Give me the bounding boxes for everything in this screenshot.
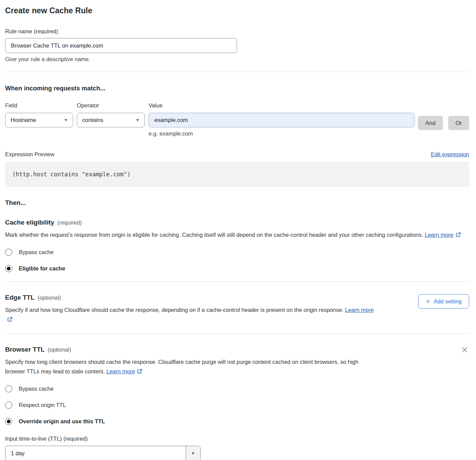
radio-option-respect-origin-ttl[interactable]: Respect origin TTL: [5, 402, 66, 409]
expression-code: (http.host contains "example.com"): [12, 171, 131, 178]
section-divider: [5, 72, 469, 72]
cache-eligibility-title: Cache eligibility: [5, 219, 54, 226]
browser-ttl-description-text: Specify how long client browsers should …: [5, 359, 358, 374]
chevron-down-icon: ▼: [136, 118, 139, 122]
radio-button-icon: [5, 402, 12, 409]
field-label: Field: [5, 102, 73, 109]
browser-ttl-content: Browser TTL (optional) Specify how long …: [5, 334, 376, 376]
page-title: Create new Cache Rule: [5, 6, 469, 15]
operator-select-value: contains: [82, 117, 103, 123]
edge-ttl-title: Edge TTL: [5, 294, 35, 301]
rule-name-label: Rule name (required): [5, 28, 469, 35]
external-link-icon: [456, 232, 461, 238]
radio-button-icon: [5, 385, 12, 392]
edge-ttl-section: Edge TTL (optional) Specify if and how l…: [5, 282, 469, 324]
close-icon: [461, 350, 469, 355]
create-cache-rule-form: Create new Cache Rule Rule name (require…: [0, 0, 476, 460]
radio-option-browser-bypass-cache[interactable]: Bypass cache: [5, 385, 54, 392]
cache-eligibility-description: Mark whether the request’s response from…: [5, 230, 462, 240]
value-label: Value: [149, 102, 414, 109]
ttl-input-label: Input time-to-live (TTL) (required): [5, 436, 469, 442]
operator-column: Operator contains ▼: [77, 102, 145, 137]
radio-option-override-origin-ttl[interactable]: Override origin and use this TTL: [5, 418, 105, 425]
rule-name-input[interactable]: [5, 38, 237, 53]
cache-eligibility-heading: Cache eligibility (required): [5, 219, 469, 226]
chevron-down-icon: ▼: [186, 446, 200, 460]
radio-option-label: Bypass cache: [19, 249, 54, 255]
caret-glyph: ▼: [191, 452, 195, 455]
operator-label: Operator: [77, 102, 145, 109]
browser-ttl-optional-badge: (optional): [48, 347, 71, 353]
operator-select[interactable]: contains ▼: [77, 113, 145, 127]
radio-option-bypass-cache[interactable]: Bypass cache: [5, 249, 54, 256]
or-button[interactable]: Or: [448, 116, 469, 130]
remove-browser-ttl-button[interactable]: [460, 345, 469, 354]
browser-ttl-title: Browser TTL: [5, 346, 45, 353]
field-select[interactable]: Hostname ▼: [5, 113, 73, 127]
edge-ttl-description: Specify if and how long Cloudflare shoul…: [5, 305, 381, 324]
external-link-icon: [137, 369, 142, 375]
field-column: Field Hostname ▼: [5, 102, 73, 137]
external-link-icon: [7, 317, 13, 323]
value-help: e.g. example.com: [149, 130, 414, 137]
browser-ttl-description: Specify how long client browsers should …: [5, 357, 376, 376]
rule-name-help: Give your rule a descriptive name.: [5, 56, 469, 63]
and-button[interactable]: And: [418, 116, 443, 130]
then-heading: Then...: [5, 199, 469, 207]
edge-ttl-learn-more-link[interactable]: Learn more: [345, 307, 374, 313]
plus-icon: +: [426, 298, 430, 305]
browser-ttl-section: Browser TTL (optional) Specify how long …: [5, 334, 469, 376]
edge-ttl-heading: Edge TTL (optional): [5, 294, 381, 301]
radio-option-label: Bypass cache: [19, 386, 54, 392]
add-setting-label: Add setting: [434, 298, 462, 305]
browser-ttl-heading: Browser TTL (optional): [5, 346, 376, 353]
chevron-down-icon: ▼: [64, 118, 68, 122]
expression-preview-label: Expression Preview: [5, 151, 54, 158]
match-heading: When incoming requests match...: [5, 85, 469, 92]
radio-option-label: Override origin and use this TTL: [19, 418, 105, 425]
edge-ttl-description-text: Specify if and how long Cloudflare shoul…: [5, 307, 343, 313]
cache-eligibility-learn-more-link[interactable]: Learn more: [425, 232, 453, 238]
ttl-select-value: 1 day: [5, 446, 186, 460]
edit-expression-link[interactable]: Edit expression: [431, 151, 469, 158]
expression-preview-header: Expression Preview Edit expression: [5, 151, 469, 158]
edge-ttl-optional-badge: (optional): [38, 295, 61, 301]
field-select-value: Hostname: [11, 117, 36, 123]
cache-eligibility-description-text: Mark whether the request’s response from…: [5, 232, 423, 238]
radio-button-icon: [5, 265, 12, 272]
radio-button-icon: [5, 249, 12, 256]
radio-option-label: Eligible for cache: [19, 265, 65, 272]
condition-connector-buttons: And Or: [418, 116, 469, 137]
add-setting-button[interactable]: + Add setting: [418, 294, 469, 308]
radio-option-eligible-for-cache[interactable]: Eligible for cache: [5, 265, 65, 272]
value-input[interactable]: [149, 113, 414, 127]
expression-code-block: (http.host contains "example.com"): [5, 162, 469, 187]
cache-eligibility-required-badge: (required): [57, 219, 82, 226]
radio-button-icon: [5, 418, 12, 425]
edge-ttl-content: Edge TTL (optional) Specify if and how l…: [5, 282, 381, 324]
radio-option-label: Respect origin TTL: [19, 402, 66, 408]
match-condition-row: Field Hostname ▼ Operator contains ▼ Val…: [5, 102, 469, 137]
browser-ttl-learn-more-link[interactable]: Learn more: [106, 368, 135, 374]
ttl-select[interactable]: 1 day ▼: [5, 446, 201, 460]
rule-name-group: Rule name (required) Give your rule a de…: [5, 28, 469, 63]
value-column: Value e.g. example.com: [149, 102, 414, 137]
